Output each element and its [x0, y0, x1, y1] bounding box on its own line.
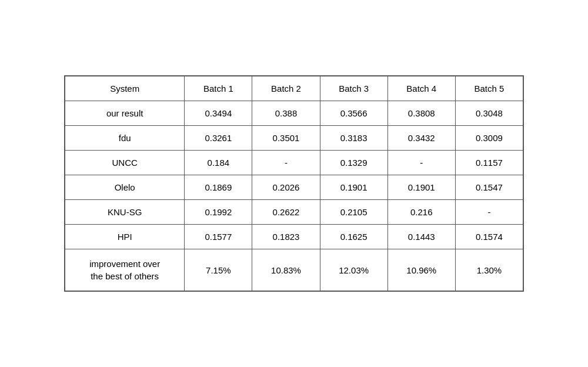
table-wrapper: System Batch 1 Batch 2 Batch 3 Batch 4 B…: [64, 75, 524, 292]
cell-batch5: -: [455, 200, 523, 225]
cell-batch3: 0.2105: [320, 200, 387, 225]
cell-system: our result: [65, 101, 185, 126]
cell-batch1: 0.3494: [185, 101, 252, 126]
cell-system: KNU-SG: [65, 200, 185, 225]
header-row: System Batch 1 Batch 2 Batch 3 Batch 4 B…: [65, 76, 523, 101]
cell-batch4: 0.1901: [387, 175, 455, 200]
table-row: our result0.34940.3880.35660.38080.3048: [65, 101, 523, 126]
cell-batch3: 0.1901: [320, 175, 387, 200]
cell-batch2: -: [252, 151, 320, 175]
col-header-batch5: Batch 5: [455, 76, 523, 101]
table-row: Olelo0.18690.20260.19010.19010.1547: [65, 175, 523, 200]
cell-batch4: -: [387, 151, 455, 175]
cell-batch2: 0.2026: [252, 175, 320, 200]
cell-batch5: 0.3009: [455, 126, 523, 151]
cell-batch3: 0.1625: [320, 225, 387, 249]
cell-batch2: 0.3501: [252, 126, 320, 151]
col-header-system: System: [65, 76, 185, 101]
cell-batch4: 0.3808: [387, 101, 455, 126]
cell-batch1: 0.1577: [185, 225, 252, 249]
cell-batch2: 0.1823: [252, 225, 320, 249]
cell-batch2: 0.2622: [252, 200, 320, 225]
cell-system: UNCC: [65, 151, 185, 175]
cell-batch1: 0.1992: [185, 200, 252, 225]
cell-batch2: 0.388: [252, 101, 320, 126]
col-header-batch1: Batch 1: [185, 76, 252, 101]
col-header-batch2: Batch 2: [252, 76, 320, 101]
cell-batch4: 0.3432: [387, 126, 455, 151]
table-row: UNCC0.184-0.1329-0.1157: [65, 151, 523, 175]
cell-batch5: 0.3048: [455, 101, 523, 126]
cell-system: improvement overthe best of others: [65, 249, 185, 291]
cell-system: Olelo: [65, 175, 185, 200]
cell-batch3: 0.3566: [320, 101, 387, 126]
cell-batch4: 0.216: [387, 200, 455, 225]
results-table: System Batch 1 Batch 2 Batch 3 Batch 4 B…: [65, 76, 523, 291]
table-row: KNU-SG0.19920.26220.21050.216-: [65, 200, 523, 225]
cell-system: fdu: [65, 126, 185, 151]
cell-batch1: 0.184: [185, 151, 252, 175]
col-header-batch3: Batch 3: [320, 76, 387, 101]
cell-batch1: 7.15%: [185, 249, 252, 291]
cell-system: HPI: [65, 225, 185, 249]
table-row: HPI0.15770.18230.16250.14430.1574: [65, 225, 523, 249]
col-header-batch4: Batch 4: [387, 76, 455, 101]
cell-batch3: 12.03%: [320, 249, 387, 291]
cell-batch3: 0.3183: [320, 126, 387, 151]
cell-batch5: 1.30%: [455, 249, 523, 291]
cell-batch1: 0.3261: [185, 126, 252, 151]
table-row: improvement overthe best of others7.15%1…: [65, 249, 523, 291]
table-row: fdu0.32610.35010.31830.34320.3009: [65, 126, 523, 151]
cell-batch2: 10.83%: [252, 249, 320, 291]
cell-batch5: 0.1157: [455, 151, 523, 175]
cell-batch3: 0.1329: [320, 151, 387, 175]
cell-batch4: 0.1443: [387, 225, 455, 249]
cell-batch5: 0.1574: [455, 225, 523, 249]
cell-batch4: 10.96%: [387, 249, 455, 291]
cell-batch5: 0.1547: [455, 175, 523, 200]
cell-batch1: 0.1869: [185, 175, 252, 200]
